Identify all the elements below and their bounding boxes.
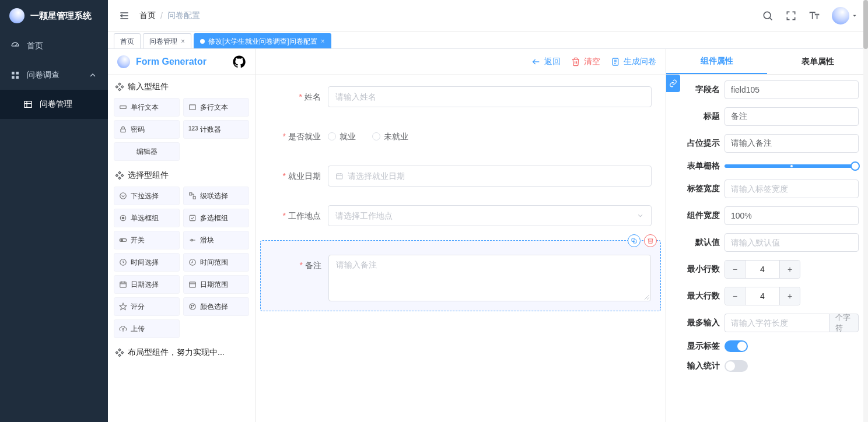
prop-title-label: 标题 xyxy=(685,111,720,122)
prop-placeholder-label: 占位提示 xyxy=(685,138,720,149)
scrollbar-thumb[interactable] xyxy=(863,0,868,49)
prop-max-rows-label: 最大行数 xyxy=(685,291,720,301)
svg-point-39 xyxy=(193,305,194,306)
palette-upload[interactable]: 上传 xyxy=(114,319,180,338)
increment-button[interactable]: + xyxy=(780,287,800,305)
palette-switch[interactable]: 开关 xyxy=(114,231,180,249)
nav-home[interactable]: 首页 xyxy=(0,31,108,61)
svg-point-22 xyxy=(122,217,124,219)
prop-placeholder-input[interactable] xyxy=(724,134,859,153)
svg-rect-20 xyxy=(193,196,195,199)
textarea-icon xyxy=(188,103,197,111)
back-button[interactable]: 返回 xyxy=(531,57,561,67)
prop-max-rows-stepper[interactable]: −4+ xyxy=(724,287,800,305)
palette-single-line[interactable]: 单行文本 xyxy=(114,98,180,117)
palette-counter[interactable]: 123计数器 xyxy=(183,120,249,139)
prop-label-width-input[interactable] xyxy=(724,180,859,198)
tab-form-props[interactable]: 表单属性 xyxy=(767,49,868,74)
palette-time-range[interactable]: 时间范围 xyxy=(183,253,249,272)
clear-button[interactable]: 清空 xyxy=(571,57,600,67)
prop-grid-slider[interactable] xyxy=(724,161,859,171)
collapse-menu-icon[interactable] xyxy=(118,10,130,22)
number-icon: 123 xyxy=(188,125,197,133)
prop-min-rows-stepper[interactable]: −4+ xyxy=(724,260,800,279)
svg-line-11 xyxy=(770,17,772,20)
resize-icon[interactable] xyxy=(643,294,649,300)
palette-rate[interactable]: 评分 xyxy=(114,297,180,316)
remark-textarea[interactable]: 请输入备注 xyxy=(328,255,651,301)
palette-multi-line[interactable]: 多行文本 xyxy=(183,98,249,117)
breadcrumb: 首页 / 问卷配置 xyxy=(139,10,200,21)
prop-input-stat-switch[interactable] xyxy=(724,360,748,372)
form-generator-logo-icon xyxy=(117,55,130,68)
radio-employed-no[interactable]: 未就业 xyxy=(372,126,408,147)
link-badge[interactable] xyxy=(666,75,680,92)
nav-survey[interactable]: 问卷调查 xyxy=(0,61,108,90)
tab-component-props[interactable]: 组件属性 xyxy=(666,49,767,74)
prop-title-input[interactable] xyxy=(724,107,859,126)
view-tabs: 首页 问卷管理× 修改[大学生就业问卷调查]问卷配置× xyxy=(108,31,868,49)
user-menu[interactable] xyxy=(832,7,858,24)
palette-editor[interactable]: 编辑器 xyxy=(114,142,180,161)
field-remark[interactable]: *备注 请输入备注 xyxy=(260,240,661,311)
name-input[interactable] xyxy=(328,86,652,107)
prop-max-rows-value: 4 xyxy=(745,287,780,305)
search-icon[interactable] xyxy=(762,10,774,22)
field-emp-date-label: *就业日期 xyxy=(270,166,328,187)
window-scrollbar[interactable] xyxy=(863,0,868,422)
svg-rect-47 xyxy=(337,174,342,179)
increment-button[interactable]: + xyxy=(780,261,800,278)
tab-home[interactable]: 首页 xyxy=(114,33,141,48)
table-icon xyxy=(23,100,33,109)
emp-date-input[interactable] xyxy=(328,166,652,187)
radio-employed-yes[interactable]: 就业 xyxy=(328,126,356,147)
text-size-icon[interactable] xyxy=(808,10,820,22)
palette-color[interactable]: 颜色选择 xyxy=(183,297,249,316)
nav-survey-mgmt[interactable]: 问卷管理 xyxy=(0,90,108,119)
svg-rect-19 xyxy=(190,193,192,195)
palette-cascader[interactable]: 级联选择 xyxy=(183,187,249,205)
svg-rect-17 xyxy=(121,129,125,132)
form-generator-title: Form Generator xyxy=(136,57,206,67)
prop-show-label-switch[interactable] xyxy=(724,340,748,352)
palette-password[interactable]: 密码 xyxy=(114,120,180,139)
copy-field-button[interactable] xyxy=(628,234,640,247)
github-icon[interactable] xyxy=(233,55,246,68)
tab-survey-mgmt[interactable]: 问卷管理× xyxy=(143,33,191,48)
tab-edit-survey-config[interactable]: 修改[大学生就业问卷调查]问卷配置× xyxy=(194,33,331,48)
field-employed[interactable]: *是否就业 就业 未就业 xyxy=(260,121,661,152)
field-work-place[interactable]: *工作地点 xyxy=(260,201,661,231)
palette-checkbox-group[interactable]: 多选框组 xyxy=(183,209,249,227)
palette-slider[interactable]: 滑块 xyxy=(183,231,249,249)
generate-button[interactable]: 生成问卷 xyxy=(611,57,656,67)
field-name[interactable]: *姓名 xyxy=(260,82,661,112)
component-palette: Form Generator 输入型组件 单行文本 多行文本 密码 123计数器… xyxy=(108,49,256,422)
palette-radio-group[interactable]: 单选框组 xyxy=(114,209,180,227)
palette-group-layout: 布局型组件，努力实现中... xyxy=(114,347,249,358)
breadcrumb-home[interactable]: 首页 xyxy=(139,10,156,21)
prop-comp-width-input[interactable] xyxy=(724,206,859,225)
copy-icon xyxy=(631,237,638,244)
palette-select[interactable]: 下拉选择 xyxy=(114,187,180,205)
prop-max-input-input[interactable] xyxy=(724,314,829,332)
calendar-icon xyxy=(119,280,127,289)
svg-point-40 xyxy=(191,307,192,308)
decrement-button[interactable]: − xyxy=(725,261,745,278)
slider-handle[interactable] xyxy=(850,161,860,171)
palette-time[interactable]: 时间选择 xyxy=(114,253,180,272)
delete-field-button[interactable] xyxy=(644,234,657,247)
prop-field-name-input[interactable] xyxy=(724,80,859,99)
work-place-input[interactable] xyxy=(328,205,652,226)
close-icon[interactable]: × xyxy=(181,34,185,49)
fullscreen-icon[interactable] xyxy=(785,10,797,22)
decrement-button[interactable]: − xyxy=(725,287,745,305)
svg-rect-2 xyxy=(12,76,15,79)
field-emp-date[interactable]: *就业日期 xyxy=(260,161,661,191)
prop-field-name-label: 字段名 xyxy=(685,85,720,95)
trash-icon xyxy=(647,237,654,244)
palette-group-select: 选择型组件 xyxy=(114,170,249,181)
palette-date-range[interactable]: 日期范围 xyxy=(183,275,249,294)
close-icon[interactable]: × xyxy=(321,34,325,49)
prop-default-input[interactable] xyxy=(724,233,859,252)
palette-date[interactable]: 日期选择 xyxy=(114,275,180,294)
